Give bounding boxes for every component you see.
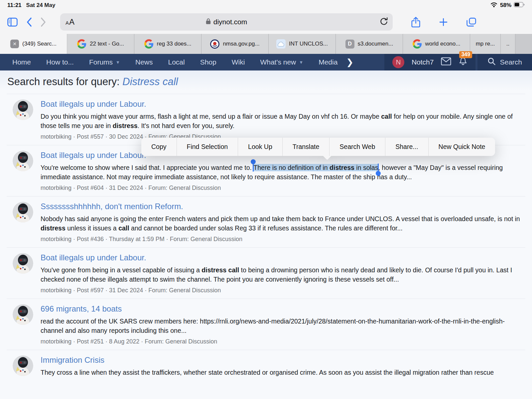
page-title: Search results for query: Distress call [7,74,525,94]
snippet-text: They cross a line when they assist the t… [41,369,494,376]
url-text: diynot.com [213,18,247,26]
result-content: Boat illegals up under Labour.You've gon… [41,253,525,294]
page-title-prefix: Search results for query: [7,76,120,87]
chevron-down-icon: ▼ [299,60,303,65]
snippet-text: . It's not hard even for you, surely. [138,122,235,129]
tab-8[interactable]: mp re... [470,34,501,54]
result-avatar[interactable] [13,355,33,376]
search-result-row: Immigration CrisisThey cross a line when… [7,350,525,382]
context-menu-item-translate[interactable]: Translate [283,138,330,156]
tab-close-button[interactable]: ✕ [10,40,19,48]
result-avatar[interactable] [13,99,33,120]
search-result-row: Sssssssshhhhhh, don't mention Reform.Nob… [7,196,525,247]
cloud-favicon [276,39,286,49]
tab-7[interactable]: world econo... [403,34,470,54]
snippet-text: You've gone from being in a vessel capab… [41,266,201,274]
nav-item-home[interactable]: Home [12,58,31,66]
tab-title: 22 text - Go... [90,41,124,47]
page-content: Search results for query: Distress call … [0,70,532,382]
nav-item-label: Local [168,58,185,66]
share-button[interactable] [411,17,420,28]
context-menu-item-search-web[interactable]: Search Web [330,138,385,156]
wifi-icon [490,2,498,9]
user-panel: N Notch7 349 [384,54,476,70]
tab-title: world econo... [425,41,461,47]
result-meta: motorbiking · Post #604 · 31 Dec 2024 · … [41,185,525,192]
search-label: Search [500,58,522,66]
result-avatar[interactable] [13,202,33,222]
result-title-link[interactable]: Boat illegals up under Labour. [41,253,146,262]
nav-overflow-chevron-icon[interactable]: ❯ [346,57,353,67]
forum-navbar: HomeHow to...Forums▼NewsLocalShopWikiWha… [0,54,532,70]
nav-item-label: Wiki [232,58,245,66]
google-favicon [413,39,422,49]
result-title-link[interactable]: Sssssssshhhhhh, don't mention Reform. [41,202,183,211]
user-avatar[interactable]: N [392,56,404,68]
snippet-text: unless it issues a [66,224,118,232]
user-name[interactable]: Notch7 [412,58,434,66]
address-bar[interactable]: AA diynot.com [60,13,393,31]
nav-item-news[interactable]: News [135,58,153,66]
result-content: Sssssssshhhhhh, don't mention Reform.Nob… [41,202,525,243]
nav-item-forums[interactable]: Forums▼ [89,58,120,66]
reader-options-button[interactable]: AA [66,17,75,27]
nmsa-favicon [210,39,219,49]
context-menu-item-find-selection[interactable]: Find Selection [177,138,238,156]
result-meta: motorbiking · Post #597 · 31 Dec 2024 · … [41,287,525,294]
result-title-link[interactable]: Boat illegals up under Labour. [41,151,146,160]
result-title-link[interactable]: Immigration Crisis [41,355,104,365]
safari-window: 11:21 Sat 24 May 58% AA [0,0,532,399]
tab-9[interactable]: .. [501,34,515,54]
nav-item-label: Forums [89,58,113,66]
tab-5[interactable]: INT UNCLOS... [269,34,336,54]
status-bar: 11:21 Sat 24 May 58% [0,0,532,10]
nav-item-shop[interactable]: Shop [200,58,216,66]
result-avatar[interactable] [13,253,33,274]
result-avatar[interactable] [13,304,33,325]
context-menu-item-look-up[interactable]: Look Up [238,138,283,156]
result-content: Boat illegals up under Labour.Do you thi… [41,99,525,140]
tab-title: (349) Searc... [22,41,57,47]
nav-item-what-s-new[interactable]: What's new▼ [260,58,303,66]
back-button[interactable] [26,17,32,27]
selection-handle-end[interactable] [378,164,379,172]
tab-4[interactable]: nmsa.gov.pg... [201,34,269,54]
forum-search-button[interactable]: Search [477,54,532,70]
snippet-text: in solas [354,164,378,171]
context-menu-item-share[interactable]: Share... [385,138,428,156]
tab-title: s3.documen... [358,41,393,47]
result-title-link[interactable]: Boat illegals up under Labour. [41,99,146,109]
tab-title: reg 33 does... [157,41,192,47]
context-menu-item-new-quick-note[interactable]: New Quick Note [429,138,495,156]
sidebar-toggle-button[interactable] [7,18,18,27]
notifications-bell[interactable]: 349 [459,57,467,67]
selection-handle-start[interactable] [253,164,254,172]
selection-context-menu: CopyFind SelectionLook UpTranslateSearch… [141,138,495,156]
tab-6[interactable]: Ds3.documen... [336,34,403,54]
result-avatar[interactable] [13,151,33,171]
context-menu-item-copy[interactable]: Copy [141,138,177,156]
nav-item-label: What's new [260,58,296,66]
nav-item-media[interactable]: Media [319,58,337,66]
result-title-link[interactable]: 696 migrants, 14 boats [41,304,122,314]
result-snippet: You're welcome to show where I said that… [41,163,525,182]
forward-button[interactable] [41,17,46,27]
new-tab-button[interactable] [439,18,448,27]
result-snippet: Nobody has said anyone is going the ente… [41,214,525,233]
snippet-bold-keyword: distress [330,164,354,171]
snippet-bold-keyword: distress [113,122,138,129]
tab-3[interactable]: reg 33 does... [134,34,201,54]
results-list: Boat illegals up under Labour.Do you thi… [7,94,525,382]
tab-overview-button[interactable] [466,18,476,27]
inbox-icon[interactable] [441,57,451,67]
result-snippet: They cross a line when they assist the t… [41,368,525,377]
tab-1[interactable]: ✕(349) Searc... [0,34,67,54]
nav-item-wiki[interactable]: Wiki [232,58,245,66]
reload-button[interactable] [380,17,388,27]
nav-item-how-to[interactable]: How to... [46,58,74,66]
nav-item-label: Home [12,58,31,66]
nav-item-local[interactable]: Local [168,58,185,66]
result-content: Immigration CrisisThey cross a line when… [41,355,525,377]
snippet-bold-keyword: distress [41,224,66,232]
tab-2[interactable]: 22 text - Go... [67,34,134,54]
